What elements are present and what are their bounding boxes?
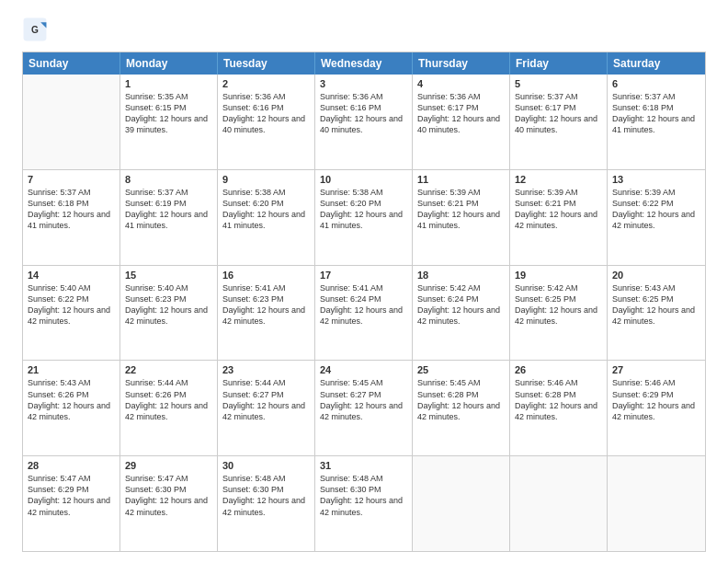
day-number: 14	[28, 270, 115, 281]
day-number: 4	[417, 78, 505, 89]
logo-icon: G	[22, 17, 48, 42]
empty-cell-4-4	[413, 456, 510, 551]
empty-cell-4-5	[510, 456, 608, 551]
day-number: 28	[28, 460, 115, 471]
day-cell-1: 1Sunrise: 5:35 AMSunset: 6:15 PMDaylight…	[120, 75, 218, 169]
day-number: 24	[320, 364, 407, 375]
day-details: Sunrise: 5:43 AMSunset: 6:25 PMDaylight:…	[612, 282, 700, 327]
day-details: Sunrise: 5:40 AMSunset: 6:22 PMDaylight:…	[28, 282, 115, 327]
week-row-3: 14Sunrise: 5:40 AMSunset: 6:22 PMDayligh…	[23, 266, 705, 362]
day-details: Sunrise: 5:36 AMSunset: 6:16 PMDaylight:…	[222, 91, 310, 136]
header-day-thursday: Thursday	[413, 52, 510, 75]
day-cell-15: 15Sunrise: 5:40 AMSunset: 6:23 PMDayligh…	[120, 266, 218, 361]
day-number: 6	[612, 78, 700, 89]
calendar-header: SundayMondayTuesdayWednesdayThursdayFrid…	[23, 52, 705, 75]
day-cell-3: 3Sunrise: 5:36 AMSunset: 6:16 PMDaylight…	[315, 75, 413, 169]
day-details: Sunrise: 5:44 AMSunset: 6:26 PMDaylight:…	[125, 377, 212, 422]
week-row-1: 1Sunrise: 5:35 AMSunset: 6:15 PMDaylight…	[23, 75, 705, 170]
day-details: Sunrise: 5:46 AMSunset: 6:28 PMDaylight:…	[515, 377, 602, 422]
day-number: 21	[28, 364, 115, 375]
day-cell-4: 4Sunrise: 5:36 AMSunset: 6:17 PMDaylight…	[413, 75, 510, 169]
empty-cell-0-0	[23, 75, 120, 169]
day-details: Sunrise: 5:45 AMSunset: 6:28 PMDaylight:…	[417, 377, 505, 422]
day-details: Sunrise: 5:48 AMSunset: 6:30 PMDaylight:…	[320, 473, 407, 518]
day-cell-11: 11Sunrise: 5:39 AMSunset: 6:21 PMDayligh…	[413, 170, 510, 265]
day-details: Sunrise: 5:37 AMSunset: 6:18 PMDaylight:…	[28, 187, 115, 232]
day-details: Sunrise: 5:38 AMSunset: 6:20 PMDaylight:…	[320, 187, 407, 232]
day-details: Sunrise: 5:35 AMSunset: 6:15 PMDaylight:…	[125, 91, 212, 136]
day-number: 23	[222, 364, 310, 375]
day-cell-8: 8Sunrise: 5:37 AMSunset: 6:19 PMDaylight…	[120, 170, 218, 265]
day-cell-5: 5Sunrise: 5:37 AMSunset: 6:17 PMDaylight…	[510, 75, 608, 169]
day-details: Sunrise: 5:47 AMSunset: 6:29 PMDaylight:…	[28, 473, 115, 518]
day-number: 13	[612, 174, 700, 185]
day-details: Sunrise: 5:43 AMSunset: 6:26 PMDaylight:…	[28, 377, 115, 422]
header: G	[22, 17, 706, 42]
day-number: 17	[320, 270, 407, 281]
day-details: Sunrise: 5:39 AMSunset: 6:21 PMDaylight:…	[515, 187, 602, 232]
day-details: Sunrise: 5:39 AMSunset: 6:22 PMDaylight:…	[612, 187, 700, 232]
day-details: Sunrise: 5:42 AMSunset: 6:25 PMDaylight:…	[515, 282, 602, 327]
day-number: 2	[222, 78, 310, 89]
day-cell-22: 22Sunrise: 5:44 AMSunset: 6:26 PMDayligh…	[120, 361, 218, 455]
day-number: 5	[515, 78, 602, 89]
day-details: Sunrise: 5:37 AMSunset: 6:18 PMDaylight:…	[612, 91, 700, 136]
day-details: Sunrise: 5:37 AMSunset: 6:19 PMDaylight:…	[125, 187, 212, 232]
day-cell-30: 30Sunrise: 5:48 AMSunset: 6:30 PMDayligh…	[218, 456, 315, 551]
day-number: 30	[222, 460, 310, 471]
svg-text:G: G	[31, 25, 39, 35]
day-cell-9: 9Sunrise: 5:38 AMSunset: 6:20 PMDaylight…	[218, 170, 315, 265]
day-cell-17: 17Sunrise: 5:41 AMSunset: 6:24 PMDayligh…	[315, 266, 413, 361]
day-cell-16: 16Sunrise: 5:41 AMSunset: 6:23 PMDayligh…	[218, 266, 315, 361]
day-cell-2: 2Sunrise: 5:36 AMSunset: 6:16 PMDaylight…	[218, 75, 315, 169]
day-number: 25	[417, 364, 505, 375]
logo: G	[22, 17, 51, 42]
day-details: Sunrise: 5:44 AMSunset: 6:27 PMDaylight:…	[222, 377, 310, 422]
day-cell-13: 13Sunrise: 5:39 AMSunset: 6:22 PMDayligh…	[608, 170, 705, 265]
day-number: 27	[612, 364, 700, 375]
week-row-2: 7Sunrise: 5:37 AMSunset: 6:18 PMDaylight…	[23, 170, 705, 266]
day-number: 29	[125, 460, 212, 471]
day-number: 12	[515, 174, 602, 185]
day-number: 9	[222, 174, 310, 185]
day-details: Sunrise: 5:40 AMSunset: 6:23 PMDaylight:…	[125, 282, 212, 327]
day-cell-24: 24Sunrise: 5:45 AMSunset: 6:27 PMDayligh…	[315, 361, 413, 455]
calendar-body: 1Sunrise: 5:35 AMSunset: 6:15 PMDaylight…	[23, 75, 705, 551]
day-details: Sunrise: 5:37 AMSunset: 6:17 PMDaylight:…	[515, 91, 602, 136]
day-cell-27: 27Sunrise: 5:46 AMSunset: 6:29 PMDayligh…	[608, 361, 705, 455]
day-cell-6: 6Sunrise: 5:37 AMSunset: 6:18 PMDaylight…	[608, 75, 705, 169]
day-number: 1	[125, 78, 212, 89]
day-details: Sunrise: 5:41 AMSunset: 6:24 PMDaylight:…	[320, 282, 407, 327]
day-cell-29: 29Sunrise: 5:47 AMSunset: 6:30 PMDayligh…	[120, 456, 218, 551]
calendar: SundayMondayTuesdayWednesdayThursdayFrid…	[22, 52, 706, 552]
day-details: Sunrise: 5:45 AMSunset: 6:27 PMDaylight:…	[320, 377, 407, 422]
day-details: Sunrise: 5:36 AMSunset: 6:17 PMDaylight:…	[417, 91, 505, 136]
day-number: 16	[222, 270, 310, 281]
day-details: Sunrise: 5:41 AMSunset: 6:23 PMDaylight:…	[222, 282, 310, 327]
day-cell-12: 12Sunrise: 5:39 AMSunset: 6:21 PMDayligh…	[510, 170, 608, 265]
header-day-tuesday: Tuesday	[218, 52, 315, 75]
day-details: Sunrise: 5:48 AMSunset: 6:30 PMDaylight:…	[222, 473, 310, 518]
day-details: Sunrise: 5:36 AMSunset: 6:16 PMDaylight:…	[320, 91, 407, 136]
day-cell-23: 23Sunrise: 5:44 AMSunset: 6:27 PMDayligh…	[218, 361, 315, 455]
day-number: 19	[515, 270, 602, 281]
day-number: 31	[320, 460, 407, 471]
empty-cell-4-6	[608, 456, 705, 551]
day-number: 15	[125, 270, 212, 281]
day-cell-14: 14Sunrise: 5:40 AMSunset: 6:22 PMDayligh…	[23, 266, 120, 361]
day-number: 7	[28, 174, 115, 185]
day-cell-20: 20Sunrise: 5:43 AMSunset: 6:25 PMDayligh…	[608, 266, 705, 361]
day-number: 18	[417, 270, 505, 281]
day-cell-7: 7Sunrise: 5:37 AMSunset: 6:18 PMDaylight…	[23, 170, 120, 265]
day-details: Sunrise: 5:46 AMSunset: 6:29 PMDaylight:…	[612, 377, 700, 422]
day-cell-18: 18Sunrise: 5:42 AMSunset: 6:24 PMDayligh…	[413, 266, 510, 361]
day-details: Sunrise: 5:47 AMSunset: 6:30 PMDaylight:…	[125, 473, 212, 518]
day-number: 20	[612, 270, 700, 281]
day-cell-31: 31Sunrise: 5:48 AMSunset: 6:30 PMDayligh…	[315, 456, 413, 551]
header-day-monday: Monday	[120, 52, 218, 75]
day-number: 10	[320, 174, 407, 185]
day-cell-10: 10Sunrise: 5:38 AMSunset: 6:20 PMDayligh…	[315, 170, 413, 265]
day-number: 26	[515, 364, 602, 375]
header-day-sunday: Sunday	[23, 52, 120, 75]
day-cell-21: 21Sunrise: 5:43 AMSunset: 6:26 PMDayligh…	[23, 361, 120, 455]
